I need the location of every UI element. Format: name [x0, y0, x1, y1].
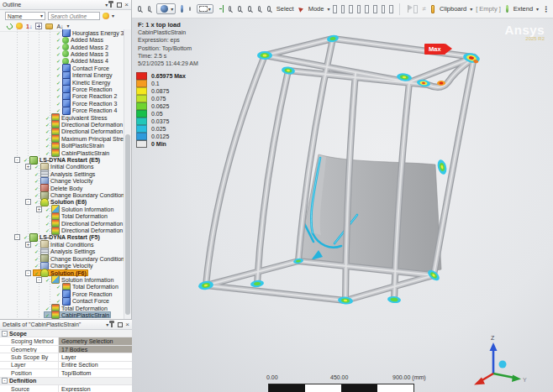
tree-item-hourglass-energy-3[interactable]: -✓Hourglass Energy 3 [0, 29, 124, 36]
tree-item-change-boundary-condition[interactable]: -✓Change Boundary Condition [0, 255, 124, 262]
pin-icon[interactable] [111, 322, 113, 327]
magnifier-icon[interactable] [138, 6, 141, 12]
pin-icon[interactable] [110, 3, 112, 8]
details-row-position[interactable]: PositionTop/Bottom [0, 369, 132, 377]
tree-item-initial-conditions[interactable]: +✓Initial Conditions [0, 164, 124, 170]
rotate-tool-button[interactable]: ▾ [156, 3, 176, 14]
tree-item-solution-e6[interactable]: -✓Solution (E6) [0, 199, 124, 206]
details-row-layer[interactable]: LayerEntire Section [0, 362, 132, 369]
details-property-value[interactable]: Geometry Selection [59, 337, 132, 344]
maximize-icon[interactable] [118, 322, 123, 327]
sort-icon[interactable]: 1↓ [26, 24, 32, 29]
details-property-value[interactable]: Layer [59, 353, 132, 360]
maximize-icon[interactable] [117, 3, 122, 8]
details-row-geometry[interactable]: Geometry17 Bodies [0, 346, 132, 353]
select-body-icon[interactable] [357, 5, 361, 13]
rotate-icon[interactable] [181, 5, 183, 13]
filter-type-select[interactable]: Name▾ [5, 12, 45, 20]
close-icon[interactable]: × [124, 2, 129, 8]
chevron-down-icon[interactable]: ▾ [327, 7, 329, 12]
orientation-triad[interactable]: Z Y [464, 333, 529, 389]
details-row-scoping-method[interactable]: Scoping MethodGeometry Selection [0, 337, 132, 345]
extend-label[interactable]: Extend [514, 5, 533, 13]
panel-menu-chevron-icon[interactable]: ▾ [106, 322, 108, 327]
overflow-menu-icon[interactable]: ⋮ [542, 5, 550, 13]
tree-item-change-velocity[interactable]: -✓Change Velocity [0, 178, 124, 185]
tree-item-directional-deformation-2[interactable]: -✓Directional Deformation 2 [0, 128, 124, 135]
tree-item-force-reaction-4[interactable]: -✓Force Reaction 4 [0, 107, 124, 113]
tree-item-initial-conditions[interactable]: +✓Initial Conditions [0, 241, 124, 248]
details-property-value[interactable]: Top/Bottom [59, 369, 132, 376]
expand-all-icon[interactable] [35, 23, 42, 29]
tree-item-cabinplasticstrain[interactable]: -✓CabinPlasticStrain [0, 149, 124, 156]
pan-icon[interactable] [219, 5, 222, 13]
zoom-fit-icon[interactable] [258, 6, 261, 12]
collapse-icon[interactable]: - [36, 277, 42, 283]
tree-item-directional-deformation[interactable]: -✓Directional Deformation [0, 220, 124, 227]
collapse-icon[interactable]: - [25, 270, 31, 276]
tree-item-ls-dyna-restart-e5[interactable]: -✓LS-DYNA Restart (E5) [0, 156, 124, 163]
tree-item-analysis-settings[interactable]: -✓Analysis Settings [0, 248, 124, 255]
chevron-down-icon[interactable]: ▾ [112, 13, 114, 18]
extend-icon[interactable] [506, 5, 508, 13]
tree-item-delete-body[interactable]: -✓Delete Body [0, 185, 124, 191]
tree-item-directional-deformation-2[interactable]: -✓Directional Deformation 2 [0, 227, 124, 233]
magnifier-icon[interactable] [148, 6, 151, 12]
max-probe-label[interactable]: Max [424, 44, 445, 55]
tree-scrollbar-thumb[interactable] [125, 134, 130, 315]
tree-item-maximum-principal-stress[interactable]: -✓Maximum Principal Stress [0, 135, 124, 142]
details-row-source[interactable]: SourceExpression [0, 385, 132, 392]
tree-item-solution-information[interactable]: +✓Solution Information [0, 206, 124, 212]
select-element-face-icon[interactable] [382, 5, 386, 13]
tree-scrollbar[interactable] [124, 29, 131, 319]
clipboard-icon[interactable] [431, 5, 434, 13]
close-icon[interactable]: × [125, 321, 129, 327]
graphics-viewport[interactable]: F: 1 x top load CabinPlasticStrain Expre… [132, 18, 553, 392]
filter-flyout-icon[interactable] [16, 23, 23, 29]
collapse-icon[interactable]: - [2, 378, 8, 384]
tree-item-total-deformation[interactable]: -✓Total Deformation [0, 305, 124, 311]
point-icon[interactable] [189, 7, 191, 11]
chevron-down-icon[interactable]: ▾ [470, 7, 472, 12]
select-node-icon[interactable] [365, 5, 369, 13]
expand-icon[interactable]: + [25, 164, 31, 170]
details-section-scope[interactable]: -Scope [0, 330, 132, 337]
box-select-button[interactable]: ▾ [197, 4, 213, 13]
sort-az-icon[interactable]: A↓ [56, 24, 63, 29]
details-property-value[interactable]: Entire Section [59, 362, 132, 368]
zoom-previous-icon[interactable] [267, 6, 271, 12]
expand-icon[interactable]: + [36, 206, 42, 212]
tree-item-change-velocity[interactable]: -✓Change Velocity [0, 262, 124, 269]
details-section-definition[interactable]: -Definition [0, 378, 132, 385]
zoom-out-icon[interactable] [238, 6, 241, 12]
details-property-value[interactable]: Expression [59, 385, 132, 392]
select-face-icon[interactable] [349, 5, 353, 13]
tree-item-boltplasticstrain[interactable]: -✓BoltPlasticStrain [0, 143, 124, 149]
tree-item-ls-dyna-restart-f5[interactable]: -✓LS-DYNA Restart (F5) [0, 234, 124, 241]
tree-item-cabinplasticstrain[interactable]: -✓CabinPlasticStrain [0, 311, 124, 318]
select-element-icon[interactable] [373, 5, 377, 13]
mode-label[interactable]: Mode [308, 5, 324, 13]
select-vertex-icon[interactable] [333, 5, 337, 13]
box-zoom-icon[interactable] [248, 6, 251, 12]
collapse-icon[interactable]: - [2, 331, 8, 337]
zoom-in-icon[interactable] [229, 6, 232, 12]
search-outline-input[interactable] [48, 12, 100, 20]
collapse-icon[interactable]: - [25, 199, 31, 205]
expand-icon[interactable]: + [25, 242, 31, 248]
filter-options-icon[interactable] [103, 13, 109, 19]
chevron-down-icon[interactable]: ▾ [536, 7, 539, 12]
collapse-icon[interactable]: - [14, 234, 20, 240]
select-edge-icon[interactable] [341, 5, 345, 13]
tree-item-total-deformation[interactable]: -✓Total Deformation [0, 213, 124, 220]
collapse-icon[interactable]: - [14, 157, 20, 163]
tree-item-change-boundary-condition[interactable]: -✓Change Boundary Condition [0, 191, 124, 198]
tree-item-equivalent-stress[interactable]: -✓Equivalent Stress [0, 114, 124, 121]
tree-item-contact-force[interactable]: -✓Contact Force [0, 297, 124, 304]
tree-item-directional-deformation[interactable]: -✓Directional Deformation [0, 121, 124, 128]
tree-item-solution-f6[interactable]: -✓Solution (F6) [0, 269, 124, 276]
chevron-down-icon[interactable]: ▾ [67, 24, 70, 29]
panel-menu-chevron-icon[interactable]: ▾ [105, 3, 108, 8]
folder-icon[interactable] [45, 24, 53, 29]
clipboard-label[interactable]: Clipboard [440, 5, 466, 13]
